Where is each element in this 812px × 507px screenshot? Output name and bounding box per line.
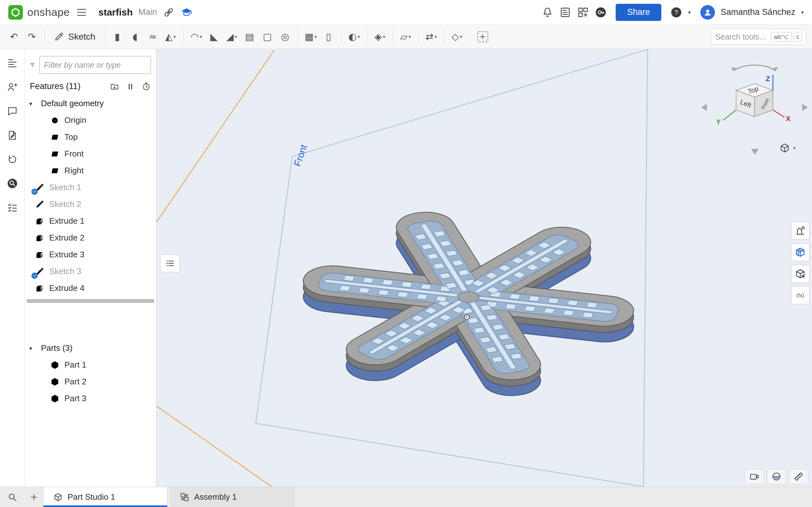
version-history-button[interactable] [5, 153, 19, 166]
dropdown-caret-icon[interactable]: ▾ [200, 34, 202, 40]
rollback-bar[interactable] [27, 299, 154, 303]
offset-surface-button[interactable]: ◇▾ [449, 28, 465, 45]
filter-icon[interactable] [30, 60, 35, 70]
origin-marker[interactable] [464, 315, 469, 320]
dropdown-caret-icon[interactable]: ▾ [357, 34, 360, 40]
avatar[interactable] [700, 5, 715, 20]
tab-part-studio-1[interactable]: Part Studio 1 [43, 487, 167, 507]
feature-extrude-1[interactable]: Extrude 1 [25, 213, 156, 229]
part-part-1[interactable]: Part 1 [25, 356, 156, 373]
suspend-regeneration-icon[interactable] [125, 82, 135, 91]
dropdown-caret-icon[interactable]: ▾ [235, 34, 237, 40]
regeneration-time-icon[interactable] [142, 82, 151, 91]
follow-mode-button[interactable] [5, 80, 19, 94]
dropdown-caret-icon[interactable]: ▾ [460, 34, 462, 40]
plane-button[interactable]: ▱▾ [397, 28, 414, 45]
parts-group[interactable]: ▾Parts (3) [25, 340, 156, 356]
export-view-button[interactable] [791, 265, 809, 283]
search-tools-input[interactable] [715, 32, 768, 42]
feature-sketch-3[interactable]: −Sketch 3 [25, 263, 156, 280]
share-link-icon[interactable] [163, 6, 175, 18]
filter-input[interactable] [39, 56, 151, 74]
user-caret-icon[interactable]: ▾ [801, 9, 804, 15]
learning-center-icon[interactable] [595, 6, 607, 18]
feature-extrude-3[interactable]: Extrude 3 [25, 246, 156, 263]
workspace-name[interactable]: Main [138, 7, 157, 17]
extrude-button[interactable]: ▮ [109, 28, 125, 45]
3d-viewport[interactable]: Front [156, 49, 812, 487]
display-mode-button[interactable]: ▾ [774, 140, 800, 156]
starfish-model[interactable] [298, 208, 639, 400]
performance-search-button[interactable] [0, 487, 25, 507]
sketch-button[interactable]: Sketch [49, 32, 100, 42]
feature-right[interactable]: Right [25, 162, 156, 179]
app-switcher-icon[interactable] [577, 6, 589, 18]
dropdown-caret-icon[interactable]: ▾ [409, 34, 411, 40]
feature-extrude-4[interactable]: Extrude 4 [25, 280, 156, 297]
measure-button[interactable] [789, 469, 808, 484]
chamfer-button[interactable]: ◣ [206, 28, 222, 45]
feature-group-default-geometry[interactable]: ▾Default geometry [25, 95, 156, 112]
featurescript-button[interactable]: (fx) [791, 286, 809, 304]
tasks-icon[interactable] [559, 6, 571, 18]
dropdown-caret-icon[interactable]: ▾ [435, 34, 437, 40]
dropdown-caret-icon[interactable]: ▾ [383, 34, 386, 40]
share-button[interactable]: Share [616, 4, 661, 21]
notifications-icon[interactable] [542, 6, 554, 18]
learning-cap-icon[interactable] [181, 6, 193, 18]
shortcut-chips: alt/⌥c [771, 32, 802, 42]
feature-extrude-2[interactable]: Extrude 2 [25, 229, 156, 246]
dropdown-caret-icon[interactable]: ▾ [173, 34, 176, 40]
tab-assembly-1[interactable]: Assembly 1 [170, 487, 294, 507]
linear-pattern-button[interactable]: ▦▾ [303, 28, 319, 45]
help-caret-icon[interactable]: ▾ [688, 9, 691, 15]
shell-button[interactable]: ▢ [259, 28, 275, 45]
feature-sketch-1[interactable]: −Sketch 1 [25, 179, 156, 196]
undo-button[interactable]: ↶ [6, 28, 22, 45]
comments-button[interactable] [5, 104, 19, 118]
add-tab-button[interactable] [25, 487, 43, 507]
transform-button[interactable]: ⇄▾ [423, 28, 440, 45]
edit-notes-button[interactable] [5, 128, 19, 142]
dropdown-caret-icon[interactable]: ▾ [315, 34, 317, 40]
revolve-button[interactable]: ◖ [127, 28, 143, 45]
redo-button[interactable]: ↷ [23, 28, 40, 45]
search-tools-box[interactable]: alt/⌥c [711, 29, 806, 45]
split-button[interactable]: ◈▾ [372, 28, 388, 45]
document-title[interactable]: starfish [98, 7, 133, 18]
draft-button[interactable]: ◢▾ [223, 28, 240, 45]
help-icon[interactable]: ? [670, 6, 682, 18]
mirror-button[interactable]: ▯ [320, 28, 337, 45]
extrude-icon [34, 216, 45, 227]
user-name[interactable]: Samantha Sánchez [721, 7, 796, 17]
feature-top[interactable]: Top [25, 129, 156, 146]
part-part-2[interactable]: Part 2 [25, 373, 156, 390]
rib-button[interactable]: ▤ [241, 28, 258, 45]
camera-button[interactable] [745, 469, 764, 484]
hole-button[interactable]: ◎ [277, 28, 293, 45]
feature-origin[interactable]: Origin [25, 112, 156, 129]
loft-button[interactable]: ◭▾ [162, 28, 179, 45]
new-folder-icon[interactable] [110, 82, 119, 91]
main-menu-icon[interactable] [75, 6, 88, 18]
fillet-button[interactable]: ◠▾ [188, 28, 205, 45]
feature-sketch-2[interactable]: Sketch 2 [25, 196, 156, 213]
boolean-button[interactable]: ◐▾ [346, 28, 362, 45]
onshape-logo[interactable] [8, 5, 23, 20]
boolean-icon: ◐ [348, 32, 357, 42]
display-states-button[interactable] [791, 243, 809, 261]
feature-front[interactable]: Front [25, 146, 156, 162]
properties-checklist-button[interactable] [5, 201, 19, 215]
section-view-button[interactable] [767, 469, 786, 484]
box-select-button[interactable]: + [474, 28, 491, 45]
document-outline-button[interactable] [5, 56, 19, 70]
item-label: Sketch 1 [49, 182, 81, 192]
appearance-button[interactable] [791, 222, 809, 239]
expand-caret-icon[interactable]: ▾ [29, 345, 37, 352]
sweep-button[interactable]: ≈ [145, 28, 161, 45]
document-search-button[interactable] [5, 176, 19, 190]
feature-list-toggle-button[interactable] [160, 255, 180, 272]
item-label: Default geometry [41, 99, 104, 108]
expand-caret-icon[interactable]: ▾ [29, 100, 37, 107]
part-part-3[interactable]: Part 3 [25, 390, 156, 407]
